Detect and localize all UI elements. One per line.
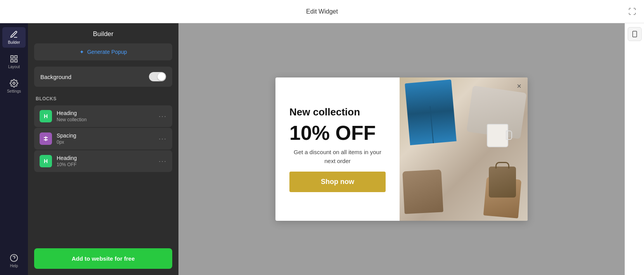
svg-rect-2 bbox=[11, 60, 13, 62]
blocks-list: H Heading New collection ··· Spaci bbox=[28, 105, 178, 242]
svg-rect-0 bbox=[11, 56, 13, 58]
question-icon bbox=[10, 254, 18, 262]
popup-image bbox=[400, 77, 528, 221]
bag-decoration bbox=[489, 167, 516, 198]
header-title: Edit Widget bbox=[306, 8, 338, 15]
sidebar-item-help[interactable]: Help bbox=[2, 251, 26, 271]
mobile-view-button[interactable] bbox=[628, 27, 642, 41]
popup-right bbox=[400, 77, 528, 221]
pencil-icon bbox=[10, 30, 18, 39]
popup-left: New collection 10% OFF Get a discount on… bbox=[275, 77, 400, 221]
header: Edit Widget ⛶ bbox=[0, 0, 644, 23]
popup-shop-button[interactable]: Shop now bbox=[289, 172, 386, 192]
popup-heading: New collection bbox=[289, 106, 386, 118]
sidebar-item-builder[interactable]: Builder bbox=[2, 27, 26, 48]
widget-popup: × New collection 10% OFF Get a discount … bbox=[275, 77, 528, 221]
block-menu-1[interactable]: ··· bbox=[159, 113, 167, 120]
block-sub-2: 0px bbox=[57, 139, 154, 145]
sidebar-settings-label: Settings bbox=[7, 89, 21, 93]
generate-popup-icon: ✦ bbox=[80, 49, 84, 55]
popup-close-button[interactable]: × bbox=[517, 82, 521, 90]
heading-icon-1: H bbox=[40, 110, 52, 122]
builder-panel: Builder ✦ Generate Popup Background BLOC… bbox=[28, 23, 178, 275]
expand-icon[interactable]: ⛶ bbox=[628, 7, 636, 16]
block-info-3: Heading 10% OFF bbox=[57, 155, 154, 167]
block-info-1: Heading New collection bbox=[57, 110, 154, 122]
spacing-icon-1 bbox=[40, 132, 52, 145]
main-area: Builder Layout Settings Help Builder bbox=[0, 23, 644, 275]
heading-icon-2: H bbox=[40, 155, 52, 167]
right-toolbar bbox=[625, 23, 644, 275]
background-toggle[interactable] bbox=[149, 72, 166, 81]
generate-popup-label: Generate Popup bbox=[87, 49, 127, 55]
sidebar-builder-label: Builder bbox=[8, 40, 20, 45]
add-to-website-button[interactable]: Add to website for free bbox=[34, 248, 172, 269]
svg-rect-3 bbox=[15, 60, 17, 62]
jeans-decoration bbox=[405, 79, 456, 145]
blocks-section-label: BLOCKS bbox=[28, 93, 178, 105]
block-name-3: Heading bbox=[57, 155, 154, 161]
block-info-2: Spacing 0px bbox=[57, 132, 154, 145]
block-item-heading-2[interactable]: H Heading 10% OFF ··· bbox=[34, 150, 172, 172]
sidebar-item-layout[interactable]: Layout bbox=[2, 52, 26, 72]
block-menu-2[interactable]: ··· bbox=[159, 135, 167, 142]
canvas-area: × New collection 10% OFF Get a discount … bbox=[178, 23, 625, 275]
block-item-heading-1[interactable]: H Heading New collection ··· bbox=[34, 105, 172, 127]
svg-point-4 bbox=[13, 82, 15, 84]
mug-decoration bbox=[487, 124, 508, 147]
boots-left-decoration bbox=[402, 169, 443, 214]
block-name-2: Spacing bbox=[57, 132, 154, 139]
background-row: Background bbox=[34, 67, 172, 87]
generate-popup-button[interactable]: ✦ Generate Popup bbox=[34, 43, 172, 60]
svg-rect-1 bbox=[15, 56, 17, 58]
layout-icon bbox=[10, 55, 18, 63]
block-item-spacing-1[interactable]: Spacing 0px ··· bbox=[34, 128, 172, 150]
sidebar-item-settings[interactable]: Settings bbox=[2, 76, 26, 96]
block-menu-3[interactable]: ··· bbox=[159, 158, 167, 165]
gear-icon bbox=[10, 79, 18, 88]
mobile-icon bbox=[631, 31, 638, 38]
popup-description: Get a discount on all items in your next… bbox=[289, 148, 386, 165]
block-sub-3: 10% OFF bbox=[57, 162, 154, 167]
block-sub-1: New collection bbox=[57, 117, 154, 122]
sidebar-help-label: Help bbox=[10, 264, 18, 268]
background-label: Background bbox=[40, 74, 71, 80]
sidebar-layout-label: Layout bbox=[8, 65, 20, 69]
toggle-knob bbox=[158, 73, 165, 81]
block-name-1: Heading bbox=[57, 110, 154, 116]
popup-offer: 10% OFF bbox=[289, 122, 386, 144]
builder-panel-title: Builder bbox=[28, 23, 178, 43]
sidebar-icons: Builder Layout Settings Help bbox=[0, 23, 28, 275]
